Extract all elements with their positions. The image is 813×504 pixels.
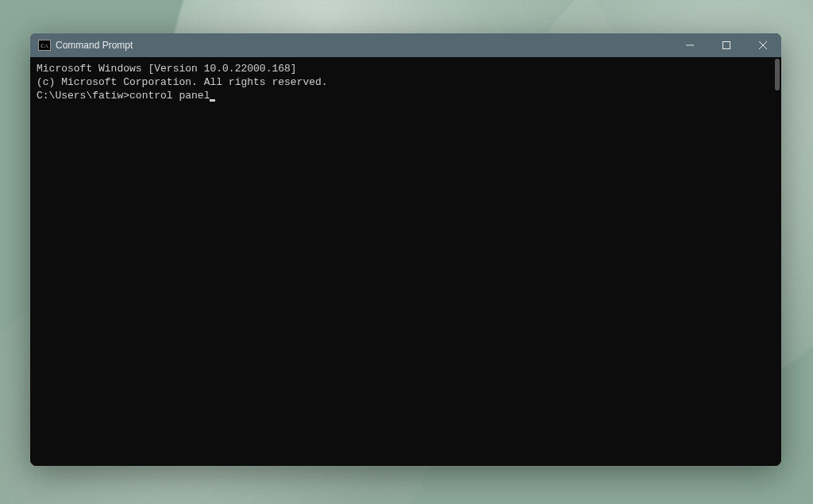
- window-controls: [672, 33, 781, 57]
- app-icon: [38, 40, 51, 51]
- minimize-icon: [686, 41, 694, 49]
- terminal-output-line: (c) Microsoft Corporation. All rights re…: [37, 75, 775, 89]
- entered-command: control panel: [129, 90, 210, 102]
- svg-rect-1: [723, 42, 730, 49]
- terminal-output-line: Microsoft Windows [Version 10.0.22000.16…: [37, 62, 775, 75]
- scrollbar-thumb[interactable]: [775, 59, 780, 90]
- close-button[interactable]: [745, 33, 781, 57]
- minimize-button[interactable]: [672, 33, 708, 57]
- titlebar[interactable]: Command Prompt: [30, 33, 781, 57]
- maximize-button[interactable]: [708, 33, 745, 57]
- prompt-path: C:\Users\fatiw>: [37, 90, 129, 102]
- text-cursor: [210, 99, 215, 102]
- terminal-prompt-line: C:\Users\fatiw>control panel: [37, 89, 775, 102]
- maximize-icon: [722, 41, 730, 49]
- terminal-area[interactable]: Microsoft Windows [Version 10.0.22000.16…: [30, 57, 781, 466]
- close-icon: [759, 41, 767, 49]
- command-prompt-window: Command Prompt Microsoft Windows [Ver: [30, 33, 781, 466]
- window-title: Command Prompt: [56, 40, 672, 51]
